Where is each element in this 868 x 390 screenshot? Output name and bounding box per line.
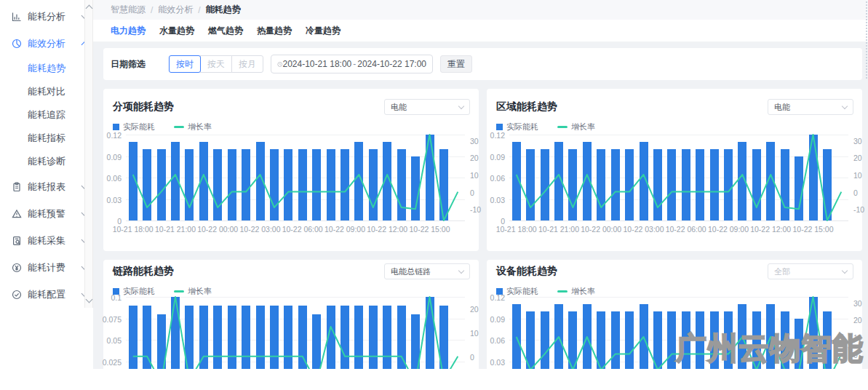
breadcrumb-separator: / (151, 5, 153, 15)
tab-water-trend[interactable]: 水量趋势 (159, 25, 194, 37)
sidebar-item-label: 能耗分析 (28, 10, 82, 23)
charts-grid: 分项能耗趋势 电能 实际能耗 增长率 0.120.090.060.0303020… (103, 89, 862, 369)
chart-plot: 0.120.090.060.0303020100-1010-21 18:0010… (487, 89, 862, 251)
collect-icon (12, 236, 22, 246)
page-body: 日期筛选 按时 按天 按月 2024-10-21 18:00 - 2024-10… (93, 42, 868, 369)
sidebar-item-label: 能效分析 (28, 37, 82, 50)
sidebar-subitem-energy-kpi[interactable]: 能耗指标 (0, 127, 93, 150)
range-separator: - (351, 59, 357, 69)
main-content: 智慧能源 / 能效分析 / 能耗趋势 电力趋势 水量趋势 燃气趋势 热量趋势 冷… (93, 0, 868, 369)
chart-card-link-energy: 链路能耗趋势 电能总链路 实际能耗 增长率 0.10.0750.050.0250… (103, 260, 479, 369)
breadcrumb-current: 能耗趋势 (206, 4, 241, 16)
chart-card-device-energy: 设备能耗趋势 全部 实际能耗 增长率 0.120.090.060.0303020… (487, 260, 862, 369)
reset-button[interactable]: 重置 (440, 55, 472, 73)
tab-electricity-trend[interactable]: 电力趋势 (111, 25, 146, 37)
sidebar-item-energy-billing[interactable]: 能耗计费 (0, 254, 93, 281)
tab-cooling-trend[interactable]: 冷量趋势 (306, 25, 341, 37)
by-day-button[interactable]: 按天 (200, 55, 232, 73)
sidebar-item-energy-analysis[interactable]: 能耗分析 (0, 3, 93, 30)
billing-icon (12, 263, 22, 273)
chart-plot: 0.120.090.060.0303020100-1010-21 18:0010… (487, 260, 862, 369)
chart-card-subitem-energy: 分项能耗趋势 电能 实际能耗 增长率 0.120.090.060.0303020… (103, 89, 479, 251)
breadcrumb-item[interactable]: 能效分析 (158, 4, 193, 16)
sidebar-item-energy-collection[interactable]: 能耗采集 (0, 227, 93, 254)
date-range-picker[interactable]: 2024-10-21 18:00 - 2024-10-22 17:00 (271, 55, 433, 73)
date-filter-label: 日期筛选 (111, 58, 146, 71)
range-end-value: 2024-10-22 17:00 (357, 59, 426, 69)
sidebar-item-energy-report[interactable]: 能耗报表 (0, 173, 93, 200)
sidebar-subitem-energy-trend[interactable]: 能耗趋势 (0, 57, 93, 80)
sidebar: 能耗分析 能效分析 能耗趋势 能耗对比 能耗追踪 能耗指标 能耗诊断 能耗报表 … (0, 0, 93, 369)
trend-tabs: 电力趋势 水量趋势 燃气趋势 热量趋势 冷量趋势 (93, 20, 868, 42)
sidebar-item-energy-warning[interactable]: 能耗预警 (0, 200, 93, 227)
chart-plot: 0.120.090.060.0303020100-1010-21 18:0010… (103, 89, 479, 251)
bar-chart-icon (12, 12, 22, 22)
breadcrumb-separator: / (198, 5, 200, 15)
sidebar-subitem-energy-diagnosis[interactable]: 能耗诊断 (0, 150, 93, 173)
tab-heat-trend[interactable]: 热量趋势 (257, 25, 292, 37)
sidebar-item-label: 能耗配置 (28, 288, 82, 301)
date-filter-bar: 日期筛选 按时 按天 按月 2024-10-21 18:00 - 2024-10… (103, 48, 862, 80)
sidebar-item-energy-config[interactable]: 能耗配置 (0, 281, 93, 308)
by-hour-button[interactable]: 按时 (169, 55, 201, 73)
range-start-value: 2024-10-21 18:00 (283, 59, 352, 69)
sidebar-subitem-energy-trace[interactable]: 能耗追踪 (0, 103, 93, 127)
chart-plot: 0.10.0750.050.025020100-1010-21 18:0010-… (103, 260, 479, 369)
sidebar-item-label: 能耗采集 (28, 234, 82, 247)
config-icon (12, 290, 22, 300)
sidebar-item-label: 能耗计费 (28, 261, 82, 274)
breadcrumb-item[interactable]: 智慧能源 (111, 4, 146, 16)
sidebar-item-label: 能耗报表 (28, 180, 82, 194)
alert-triangle-icon (12, 209, 22, 219)
by-month-button[interactable]: 按月 (231, 55, 263, 73)
breadcrumb: 智慧能源 / 能效分析 / 能耗趋势 (93, 0, 868, 20)
scroll-down-icon[interactable] (86, 296, 93, 303)
clock-icon (277, 60, 283, 69)
sidebar-item-efficiency-analysis[interactable]: 能效分析 (0, 30, 93, 57)
tab-gas-trend[interactable]: 燃气趋势 (208, 25, 243, 37)
sidebar-scrollbar[interactable] (84, 0, 93, 308)
granularity-button-group: 按时 按天 按月 (169, 55, 263, 73)
sidebar-subitem-energy-compare[interactable]: 能耗对比 (0, 80, 93, 103)
pie-chart-icon (12, 39, 22, 49)
page-scrollbar-edge (866, 1, 867, 79)
sidebar-item-label: 能耗预警 (28, 207, 82, 220)
report-icon (12, 182, 22, 192)
app-window: 能耗分析 能效分析 能耗趋势 能耗对比 能耗追踪 能耗指标 能耗诊断 能耗报表 … (0, 0, 868, 369)
scroll-up-icon[interactable] (86, 5, 93, 12)
chart-card-area-energy: 区域能耗趋势 电能 实际能耗 增长率 0.120.090.060.0303020… (487, 89, 862, 251)
